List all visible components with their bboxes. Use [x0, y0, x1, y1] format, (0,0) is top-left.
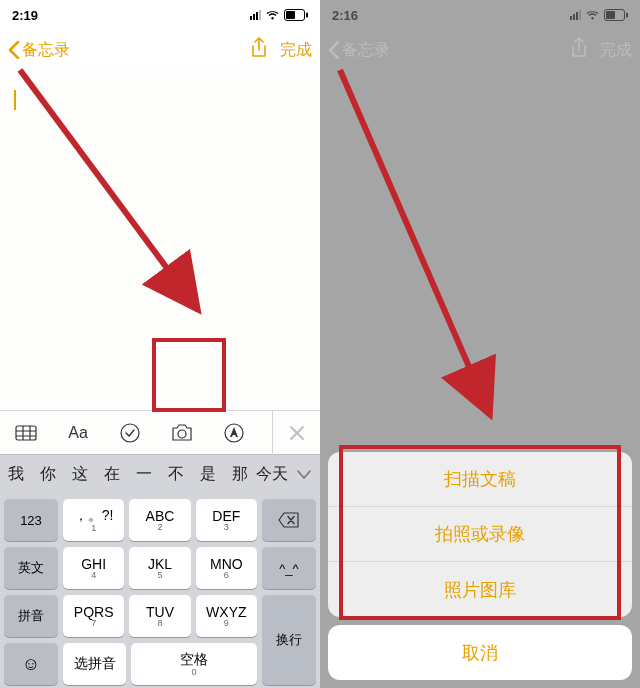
svg-rect-11	[606, 11, 615, 19]
svg-rect-2	[306, 13, 308, 18]
table-icon	[15, 425, 37, 441]
share-button	[570, 37, 588, 63]
sheet-scan-documents[interactable]: 扫描文稿	[328, 452, 632, 507]
sheet-cancel[interactable]: 取消	[328, 625, 632, 680]
toolbar-close-button[interactable]	[272, 411, 320, 455]
sheet-take-photo[interactable]: 拍照或录像	[328, 507, 632, 562]
camera-button[interactable]	[156, 411, 208, 455]
close-icon	[290, 426, 304, 440]
action-sheet: 扫描文稿 拍照或录像 照片图库 取消	[320, 444, 640, 688]
table-button[interactable]	[0, 411, 52, 455]
key-emoji-text[interactable]: ^_^	[262, 547, 316, 589]
done-button: 完成	[600, 40, 632, 61]
candidate[interactable]: 这	[64, 464, 96, 485]
backspace-icon	[278, 512, 300, 528]
chevron-left-icon	[328, 41, 340, 59]
signal-icon	[570, 10, 581, 20]
svg-line-13	[340, 70, 490, 415]
svg-rect-3	[16, 426, 36, 440]
status-right	[570, 9, 628, 21]
sheet-photo-library[interactable]: 照片图库	[328, 562, 632, 617]
annotation-arrow-right	[320, 0, 640, 500]
status-time: 2:19	[12, 8, 38, 23]
candidate[interactable]: 不	[160, 464, 192, 485]
status-bar: 2:19	[0, 0, 320, 30]
wifi-icon	[585, 10, 600, 21]
status-bar: 2:16	[320, 0, 640, 30]
checklist-button[interactable]	[104, 411, 156, 455]
candidate[interactable]: 一	[128, 464, 160, 485]
done-button[interactable]: 完成	[280, 40, 312, 61]
svg-rect-1	[286, 11, 295, 19]
key-123[interactable]: 123	[4, 499, 58, 541]
battery-icon	[604, 9, 628, 21]
nav-back-label: 备忘录	[342, 40, 390, 61]
candidate[interactable]: 在	[96, 464, 128, 485]
candidate-expand[interactable]	[288, 466, 320, 484]
nav-bar: 备忘录 完成	[320, 30, 640, 70]
key-pinyin[interactable]: 拼音	[4, 595, 58, 637]
keyboard: 123 ，。?!1 ABC2 DEF3 英文 GHI4 JKL5 MNO6 ^_…	[0, 494, 320, 688]
screenshot-left: 2:19 备忘录 完成 Aa	[0, 0, 320, 688]
candidate[interactable]: 今天	[256, 464, 288, 485]
markup-button[interactable]	[208, 411, 260, 455]
status-time: 2:16	[332, 8, 358, 23]
candidate[interactable]: 是	[192, 464, 224, 485]
key-select-pinyin[interactable]: 选拼音	[63, 643, 126, 685]
chevron-down-icon	[297, 470, 311, 480]
key-mno[interactable]: MNO6	[196, 547, 257, 589]
status-right	[250, 9, 308, 21]
svg-rect-12	[626, 13, 628, 18]
svg-point-4	[121, 424, 139, 442]
nav-back: 备忘录	[328, 40, 390, 61]
nav-back[interactable]: 备忘录	[8, 40, 70, 61]
checkmark-circle-icon	[120, 423, 140, 443]
key-wxyz[interactable]: WXYZ9	[196, 595, 257, 637]
share-icon	[250, 37, 268, 59]
key-jkl[interactable]: JKL5	[129, 547, 190, 589]
key-space[interactable]: 空格0	[131, 643, 257, 685]
battery-icon	[284, 9, 308, 21]
share-button[interactable]	[250, 37, 268, 63]
candidate-bar: 我 你 这 在 一 不 是 那 今天	[0, 454, 320, 494]
nav-back-label: 备忘录	[22, 40, 70, 61]
key-ghi[interactable]: GHI4	[63, 547, 124, 589]
key-abc[interactable]: ABC2	[129, 499, 190, 541]
candidate[interactable]: 你	[32, 464, 64, 485]
camera-icon	[170, 424, 194, 442]
key-pqrs[interactable]: PQRS7	[63, 595, 124, 637]
key-tuv[interactable]: TUV8	[129, 595, 190, 637]
key-backspace[interactable]	[262, 499, 316, 541]
share-icon	[570, 37, 588, 59]
text-format-button[interactable]: Aa	[52, 411, 104, 455]
format-toolbar: Aa	[0, 410, 320, 454]
pencil-circle-icon	[224, 423, 244, 443]
key-punct[interactable]: ，。?!1	[63, 499, 124, 541]
text-cursor	[14, 90, 16, 110]
nav-bar: 备忘录 完成	[0, 30, 320, 70]
key-english[interactable]: 英文	[4, 547, 58, 589]
candidate[interactable]: 那	[224, 464, 256, 485]
screenshot-right: 2:16 备忘录 完成 扫描文稿 拍照或录像 照片图库 取消	[320, 0, 640, 688]
note-body[interactable]	[0, 70, 320, 410]
key-def[interactable]: DEF3	[196, 499, 257, 541]
key-emoji[interactable]: ☺	[4, 643, 58, 685]
chevron-left-icon	[8, 41, 20, 59]
wifi-icon	[265, 10, 280, 21]
candidate[interactable]: 我	[0, 464, 32, 485]
svg-point-5	[178, 430, 186, 438]
signal-icon	[250, 10, 261, 20]
